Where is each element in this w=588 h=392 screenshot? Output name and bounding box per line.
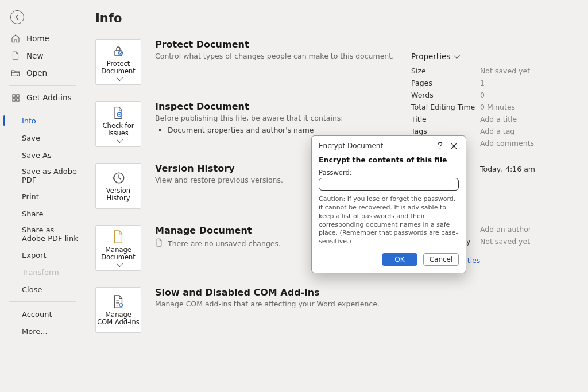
manage-document-tile-label: Manage Document xyxy=(97,246,140,261)
svg-rect-3 xyxy=(16,98,18,100)
manage-desc: There are no unsaved changes. xyxy=(168,239,281,249)
nav-save-as[interactable]: Save As xyxy=(0,146,85,164)
nav-home-label: Home xyxy=(26,34,49,43)
nav-account[interactable]: Account xyxy=(0,305,85,323)
svg-point-8 xyxy=(119,304,123,307)
encrypt-document-dialog: Encrypt Document Encrypt the contents of… xyxy=(311,135,466,273)
properties-dropdown[interactable]: Properties xyxy=(411,52,572,61)
chevron-down-icon xyxy=(117,261,123,267)
protect-title: Protect Document xyxy=(155,39,405,50)
addins-icon xyxy=(10,92,21,103)
nav-separator xyxy=(9,85,76,86)
check-issues-tile-label: Check for Issues xyxy=(97,122,140,137)
help-button[interactable] xyxy=(435,141,445,151)
nav-save-label: Save xyxy=(22,134,40,142)
inspect-icon xyxy=(111,105,125,121)
history-icon xyxy=(111,170,126,186)
prop-words-val: 0 xyxy=(480,91,572,99)
prop-modified-by-val: Not saved yet xyxy=(480,237,572,246)
manage-com-addins-tile-label: Manage COM Add-ins xyxy=(97,311,140,326)
prop-related-date-val: Today, 4:16 am xyxy=(480,165,572,173)
chevron-down-icon xyxy=(454,52,460,59)
com-title: Slow and Disabled COM Add-ins xyxy=(155,287,405,298)
prop-title-val[interactable]: Add a title xyxy=(480,115,572,123)
prop-size-val: Not saved yet xyxy=(480,67,572,75)
properties-label: Properties xyxy=(411,52,450,61)
nav-more[interactable]: More... xyxy=(0,323,85,340)
nav-info-label: Info xyxy=(22,117,36,125)
nav-get-addins-label: Get Add-ins xyxy=(26,93,72,102)
document-icon xyxy=(10,51,21,61)
back-button[interactable] xyxy=(10,10,24,24)
chevron-down-icon xyxy=(117,137,123,143)
prop-author-val[interactable]: Add an author xyxy=(480,225,572,234)
prop-words-key: Words xyxy=(411,91,480,99)
password-input[interactable] xyxy=(319,178,459,191)
manage-document-tile[interactable]: Manage Document xyxy=(95,225,141,271)
folder-open-icon xyxy=(10,68,21,78)
dialog-heading: Encrypt the contents of this file xyxy=(319,156,459,164)
prop-comments-val[interactable]: Add comments xyxy=(480,139,572,148)
cancel-button[interactable]: Cancel xyxy=(423,253,459,266)
nav-print[interactable]: Print xyxy=(0,188,85,205)
nav-open[interactable]: Open xyxy=(0,64,85,81)
protect-document-tile[interactable]: Protect Document xyxy=(95,39,141,85)
svg-point-6 xyxy=(117,112,121,117)
nav-transform-label: Transform xyxy=(22,268,59,277)
home-icon xyxy=(10,33,21,44)
nav-new[interactable]: New xyxy=(0,47,85,64)
nav-account-label: Account xyxy=(22,310,52,319)
question-icon xyxy=(437,142,443,150)
nav-close-label: Close xyxy=(22,285,42,294)
nav-info[interactable]: Info xyxy=(0,112,85,129)
nav-share-adobe-label: Share as Adobe PDF link xyxy=(22,226,79,243)
nav-print-label: Print xyxy=(22,192,39,201)
prop-editing-time-key: Total Editing Time xyxy=(411,103,480,111)
ok-button[interactable]: OK xyxy=(382,253,417,266)
file-menu-sidebar: Home New Open Get Add-ins Info Save Save… xyxy=(0,0,85,392)
prop-tags-val[interactable]: Add a tag xyxy=(480,127,572,135)
section-com-addins: Manage COM Add-ins Slow and Disabled COM… xyxy=(95,287,405,333)
nav-home[interactable]: Home xyxy=(0,30,85,47)
prop-tags-key: Tags xyxy=(411,127,480,135)
nav-new-label: New xyxy=(26,51,43,60)
dialog-caution-text: Caution: If you lose or forget the passw… xyxy=(319,195,459,246)
section-protect: Protect Document Protect Document Contro… xyxy=(95,39,405,85)
chevron-down-icon xyxy=(117,75,123,81)
nav-save-adobe-pdf[interactable]: Save as Adobe PDF xyxy=(0,164,85,188)
nav-save-adobe-label: Save as Adobe PDF xyxy=(22,167,79,184)
nav-get-addins[interactable]: Get Add-ins xyxy=(0,89,85,106)
inspect-desc: Before publishing this file, be aware th… xyxy=(155,113,405,123)
version-history-tile[interactable]: Version History xyxy=(95,163,141,209)
page-title: Info xyxy=(95,11,572,25)
document-icon xyxy=(112,229,125,245)
protect-desc: Control what types of changes people can… xyxy=(155,51,405,61)
nav-save[interactable]: Save xyxy=(0,129,85,146)
prop-size-key: Size xyxy=(411,67,480,75)
nav-export[interactable]: Export xyxy=(0,246,85,263)
version-history-tile-label: Version History xyxy=(97,187,140,202)
svg-rect-1 xyxy=(16,94,18,96)
prop-title-key: Title xyxy=(411,115,480,123)
document-small-icon xyxy=(155,238,163,249)
nav-close[interactable]: Close xyxy=(0,281,85,298)
prop-editing-time-val: 0 Minutes xyxy=(480,103,572,111)
nav-more-label: More... xyxy=(22,327,48,336)
nav-open-label: Open xyxy=(26,68,47,77)
prop-pages-val: 1 xyxy=(480,79,572,87)
nav-share-adobe-link[interactable]: Share as Adobe PDF link xyxy=(0,222,85,246)
close-icon xyxy=(451,143,457,149)
com-desc: Manage COM add-ins that are affecting yo… xyxy=(155,299,405,309)
lock-icon xyxy=(111,43,125,59)
check-issues-tile[interactable]: Check for Issues xyxy=(95,101,141,147)
password-label: Password: xyxy=(319,169,459,177)
manage-com-addins-tile[interactable]: Manage COM Add-ins xyxy=(95,287,141,333)
nav-export-label: Export xyxy=(22,251,47,259)
nav-separator xyxy=(9,301,76,302)
gear-document-icon xyxy=(111,294,125,310)
dialog-title: Encrypt Document xyxy=(319,142,383,150)
nav-save-as-label: Save As xyxy=(22,151,52,160)
svg-rect-0 xyxy=(12,94,14,96)
close-button[interactable] xyxy=(448,141,459,151)
nav-share[interactable]: Share xyxy=(0,205,85,222)
